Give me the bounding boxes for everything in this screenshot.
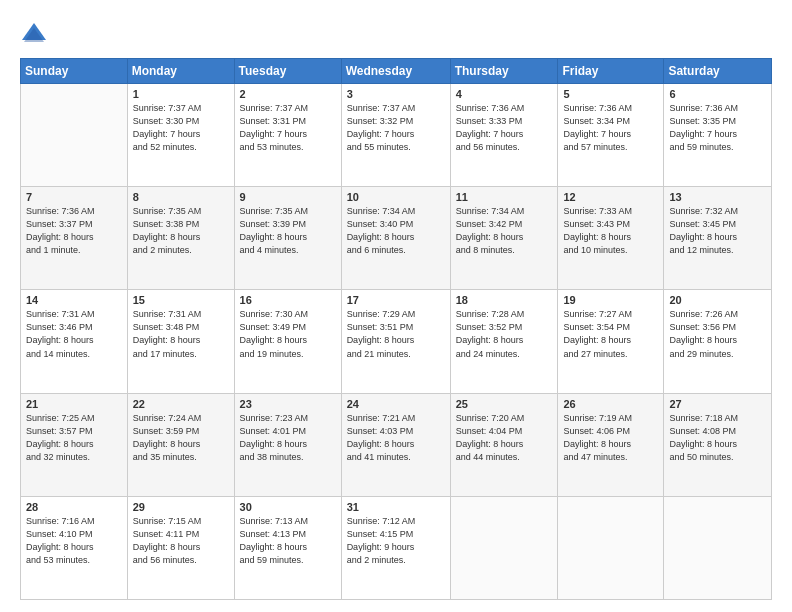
calendar-cell: 29Sunrise: 7:15 AM Sunset: 4:11 PM Dayli… [127, 496, 234, 599]
calendar-cell: 24Sunrise: 7:21 AM Sunset: 4:03 PM Dayli… [341, 393, 450, 496]
day-info: Sunrise: 7:19 AM Sunset: 4:06 PM Dayligh… [563, 412, 658, 464]
day-number: 7 [26, 191, 122, 203]
week-row-4: 21Sunrise: 7:25 AM Sunset: 3:57 PM Dayli… [21, 393, 772, 496]
week-row-2: 7Sunrise: 7:36 AM Sunset: 3:37 PM Daylig… [21, 187, 772, 290]
calendar-header-row: SundayMondayTuesdayWednesdayThursdayFrid… [21, 59, 772, 84]
calendar-cell: 14Sunrise: 7:31 AM Sunset: 3:46 PM Dayli… [21, 290, 128, 393]
day-number: 10 [347, 191, 445, 203]
day-info: Sunrise: 7:31 AM Sunset: 3:48 PM Dayligh… [133, 308, 229, 360]
day-info: Sunrise: 7:20 AM Sunset: 4:04 PM Dayligh… [456, 412, 553, 464]
logo [20, 20, 52, 48]
day-info: Sunrise: 7:34 AM Sunset: 3:42 PM Dayligh… [456, 205, 553, 257]
day-number: 4 [456, 88, 553, 100]
day-number: 25 [456, 398, 553, 410]
calendar-cell: 7Sunrise: 7:36 AM Sunset: 3:37 PM Daylig… [21, 187, 128, 290]
calendar-cell: 5Sunrise: 7:36 AM Sunset: 3:34 PM Daylig… [558, 84, 664, 187]
day-info: Sunrise: 7:16 AM Sunset: 4:10 PM Dayligh… [26, 515, 122, 567]
day-info: Sunrise: 7:35 AM Sunset: 3:38 PM Dayligh… [133, 205, 229, 257]
calendar-cell: 3Sunrise: 7:37 AM Sunset: 3:32 PM Daylig… [341, 84, 450, 187]
day-number: 6 [669, 88, 766, 100]
calendar-table: SundayMondayTuesdayWednesdayThursdayFrid… [20, 58, 772, 600]
day-info: Sunrise: 7:23 AM Sunset: 4:01 PM Dayligh… [240, 412, 336, 464]
day-info: Sunrise: 7:27 AM Sunset: 3:54 PM Dayligh… [563, 308, 658, 360]
header [20, 16, 772, 48]
day-info: Sunrise: 7:15 AM Sunset: 4:11 PM Dayligh… [133, 515, 229, 567]
calendar-cell: 28Sunrise: 7:16 AM Sunset: 4:10 PM Dayli… [21, 496, 128, 599]
week-row-3: 14Sunrise: 7:31 AM Sunset: 3:46 PM Dayli… [21, 290, 772, 393]
day-number: 14 [26, 294, 122, 306]
day-info: Sunrise: 7:25 AM Sunset: 3:57 PM Dayligh… [26, 412, 122, 464]
calendar-cell [450, 496, 558, 599]
day-info: Sunrise: 7:13 AM Sunset: 4:13 PM Dayligh… [240, 515, 336, 567]
col-header-saturday: Saturday [664, 59, 772, 84]
week-row-5: 28Sunrise: 7:16 AM Sunset: 4:10 PM Dayli… [21, 496, 772, 599]
calendar-cell: 6Sunrise: 7:36 AM Sunset: 3:35 PM Daylig… [664, 84, 772, 187]
day-number: 16 [240, 294, 336, 306]
calendar-cell: 11Sunrise: 7:34 AM Sunset: 3:42 PM Dayli… [450, 187, 558, 290]
day-number: 19 [563, 294, 658, 306]
day-number: 12 [563, 191, 658, 203]
day-info: Sunrise: 7:34 AM Sunset: 3:40 PM Dayligh… [347, 205, 445, 257]
calendar-cell [558, 496, 664, 599]
calendar-cell: 25Sunrise: 7:20 AM Sunset: 4:04 PM Dayli… [450, 393, 558, 496]
logo-icon [20, 20, 48, 48]
day-info: Sunrise: 7:12 AM Sunset: 4:15 PM Dayligh… [347, 515, 445, 567]
day-info: Sunrise: 7:18 AM Sunset: 4:08 PM Dayligh… [669, 412, 766, 464]
day-number: 15 [133, 294, 229, 306]
day-info: Sunrise: 7:26 AM Sunset: 3:56 PM Dayligh… [669, 308, 766, 360]
calendar-cell: 31Sunrise: 7:12 AM Sunset: 4:15 PM Dayli… [341, 496, 450, 599]
calendar-cell: 12Sunrise: 7:33 AM Sunset: 3:43 PM Dayli… [558, 187, 664, 290]
day-info: Sunrise: 7:37 AM Sunset: 3:31 PM Dayligh… [240, 102, 336, 154]
day-info: Sunrise: 7:31 AM Sunset: 3:46 PM Dayligh… [26, 308, 122, 360]
day-info: Sunrise: 7:21 AM Sunset: 4:03 PM Dayligh… [347, 412, 445, 464]
calendar-cell: 4Sunrise: 7:36 AM Sunset: 3:33 PM Daylig… [450, 84, 558, 187]
col-header-monday: Monday [127, 59, 234, 84]
day-number: 20 [669, 294, 766, 306]
col-header-friday: Friday [558, 59, 664, 84]
day-number: 30 [240, 501, 336, 513]
col-header-sunday: Sunday [21, 59, 128, 84]
day-number: 2 [240, 88, 336, 100]
day-number: 26 [563, 398, 658, 410]
day-info: Sunrise: 7:36 AM Sunset: 3:33 PM Dayligh… [456, 102, 553, 154]
calendar-cell: 1Sunrise: 7:37 AM Sunset: 3:30 PM Daylig… [127, 84, 234, 187]
day-number: 28 [26, 501, 122, 513]
calendar-cell: 23Sunrise: 7:23 AM Sunset: 4:01 PM Dayli… [234, 393, 341, 496]
day-info: Sunrise: 7:32 AM Sunset: 3:45 PM Dayligh… [669, 205, 766, 257]
calendar-cell: 16Sunrise: 7:30 AM Sunset: 3:49 PM Dayli… [234, 290, 341, 393]
calendar-cell: 10Sunrise: 7:34 AM Sunset: 3:40 PM Dayli… [341, 187, 450, 290]
calendar-cell: 26Sunrise: 7:19 AM Sunset: 4:06 PM Dayli… [558, 393, 664, 496]
day-info: Sunrise: 7:36 AM Sunset: 3:34 PM Dayligh… [563, 102, 658, 154]
day-info: Sunrise: 7:35 AM Sunset: 3:39 PM Dayligh… [240, 205, 336, 257]
day-number: 31 [347, 501, 445, 513]
calendar-cell: 19Sunrise: 7:27 AM Sunset: 3:54 PM Dayli… [558, 290, 664, 393]
calendar-cell: 22Sunrise: 7:24 AM Sunset: 3:59 PM Dayli… [127, 393, 234, 496]
day-info: Sunrise: 7:36 AM Sunset: 3:37 PM Dayligh… [26, 205, 122, 257]
calendar-cell [664, 496, 772, 599]
calendar-cell: 2Sunrise: 7:37 AM Sunset: 3:31 PM Daylig… [234, 84, 341, 187]
day-number: 3 [347, 88, 445, 100]
day-info: Sunrise: 7:37 AM Sunset: 3:32 PM Dayligh… [347, 102, 445, 154]
day-number: 22 [133, 398, 229, 410]
day-number: 1 [133, 88, 229, 100]
week-row-1: 1Sunrise: 7:37 AM Sunset: 3:30 PM Daylig… [21, 84, 772, 187]
calendar-cell: 13Sunrise: 7:32 AM Sunset: 3:45 PM Dayli… [664, 187, 772, 290]
day-info: Sunrise: 7:36 AM Sunset: 3:35 PM Dayligh… [669, 102, 766, 154]
calendar-cell: 18Sunrise: 7:28 AM Sunset: 3:52 PM Dayli… [450, 290, 558, 393]
day-number: 27 [669, 398, 766, 410]
day-info: Sunrise: 7:33 AM Sunset: 3:43 PM Dayligh… [563, 205, 658, 257]
day-info: Sunrise: 7:37 AM Sunset: 3:30 PM Dayligh… [133, 102, 229, 154]
day-number: 13 [669, 191, 766, 203]
col-header-wednesday: Wednesday [341, 59, 450, 84]
day-number: 9 [240, 191, 336, 203]
day-info: Sunrise: 7:29 AM Sunset: 3:51 PM Dayligh… [347, 308, 445, 360]
day-number: 24 [347, 398, 445, 410]
calendar-cell: 21Sunrise: 7:25 AM Sunset: 3:57 PM Dayli… [21, 393, 128, 496]
calendar-cell: 15Sunrise: 7:31 AM Sunset: 3:48 PM Dayli… [127, 290, 234, 393]
calendar-cell [21, 84, 128, 187]
calendar-cell: 17Sunrise: 7:29 AM Sunset: 3:51 PM Dayli… [341, 290, 450, 393]
day-number: 18 [456, 294, 553, 306]
day-number: 29 [133, 501, 229, 513]
day-info: Sunrise: 7:30 AM Sunset: 3:49 PM Dayligh… [240, 308, 336, 360]
calendar-cell: 8Sunrise: 7:35 AM Sunset: 3:38 PM Daylig… [127, 187, 234, 290]
